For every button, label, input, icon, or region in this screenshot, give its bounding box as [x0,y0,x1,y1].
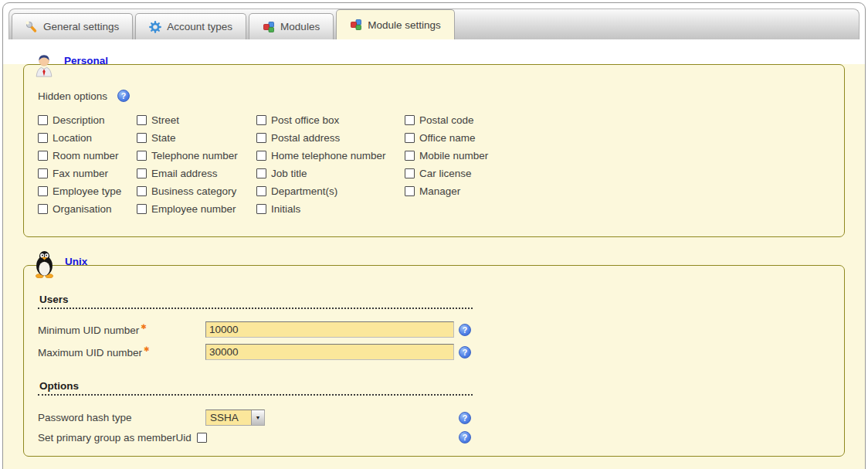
hidden-option-label: Job title [271,168,307,179]
hidden-option-checkbox[interactable] [137,168,147,178]
max-uid-input[interactable] [205,344,454,360]
min-uid-input[interactable] [205,321,454,338]
hidden-option-checkbox[interactable] [405,115,415,125]
hidden-option-checkbox[interactable] [137,204,147,214]
hidden-option-label: Telephone number [151,150,238,161]
hidden-option-label: Description [53,114,105,126]
hidden-option-checkbox[interactable] [256,151,266,161]
hidden-option-label: Location [53,132,92,144]
section-title: Personal [64,55,108,66]
hidden-option[interactable]: Business category [137,185,256,197]
hidden-option-checkbox[interactable] [405,151,415,161]
hidden-option[interactable]: Description [38,114,137,126]
users-subheading: Users [38,294,473,309]
help-icon[interactable]: ? [459,412,471,424]
hidden-option-checkbox[interactable] [256,204,266,214]
help-icon[interactable]: ? [459,346,471,359]
hidden-option-label: Home telephone number [271,150,386,161]
hidden-option-checkbox[interactable] [38,186,48,196]
member-uid-label: Set primary group as memberUid [38,432,192,444]
hidden-option-label: Room number [53,150,119,161]
hidden-option-checkbox[interactable] [405,186,415,196]
tab-bar: General settings Account types [8,8,860,39]
modules-icon [350,19,362,31]
hidden-option-checkbox[interactable] [256,115,266,125]
hidden-option[interactable]: Manager [405,185,830,197]
hidden-option-checkbox[interactable] [38,204,48,214]
hidden-option-checkbox[interactable] [405,168,415,178]
hidden-option[interactable]: State [137,132,256,144]
hidden-option-label: Mobile number [419,150,488,161]
hidden-option-checkbox[interactable] [405,133,415,143]
personal-section: Personal Hidden options ? Description St… [23,64,845,237]
section-title: Unix [65,256,87,267]
hidden-option-label: Postal address [271,132,340,144]
help-icon[interactable]: ? [459,431,471,444]
max-uid-label: Maximum UID number✱ [38,345,205,359]
hidden-options-grid: Description Street Post office box Posta… [38,111,830,218]
tux-penguin-icon [32,250,57,278]
hidden-option-checkbox[interactable] [137,151,147,161]
hidden-option-label: Street [151,114,179,126]
hidden-option[interactable]: Room number [38,150,137,161]
hidden-option-checkbox[interactable] [256,133,266,143]
required-icon: ✱ [144,345,150,353]
hidden-option-checkbox[interactable] [137,186,147,196]
help-icon[interactable]: ? [117,90,130,102]
hidden-option[interactable]: Department(s) [256,185,405,197]
hidden-option-checkbox[interactable] [38,115,48,125]
min-uid-label: Minimum UID number✱ [38,323,205,336]
hidden-option[interactable]: Postal address [256,132,405,144]
hidden-options-label: Hidden options [38,90,107,102]
hidden-option[interactable]: Home telephone number [256,150,405,161]
hidden-option-checkbox[interactable] [137,115,147,125]
required-icon: ✱ [141,323,147,331]
hidden-option-checkbox[interactable] [38,168,48,178]
hidden-option-checkbox[interactable] [38,133,48,143]
hidden-option[interactable]: Job title [256,168,405,179]
hidden-option[interactable]: Office name [405,132,830,144]
help-icon[interactable]: ? [459,324,471,336]
hidden-option[interactable]: Email address [137,168,256,179]
tab-label: Modules [280,21,320,32]
hidden-option[interactable]: Employee number [137,203,256,215]
tab-label: General settings [43,21,119,32]
hidden-option-label: Employee type [53,185,121,197]
password-hash-select[interactable]: SSHA ▼ [205,410,265,426]
hidden-option-checkbox[interactable] [256,186,266,196]
hidden-option[interactable]: Street [137,114,256,126]
person-icon [32,53,56,77]
hidden-option-label: Car license [419,168,472,179]
hidden-option-label: Initials [271,203,300,215]
options-subheading: Options [38,380,473,396]
hidden-option[interactable]: Organisation [38,203,137,215]
hidden-option[interactable]: Telephone number [137,150,256,161]
dropdown-arrow-icon[interactable]: ▼ [251,410,264,425]
tab-label: Account types [167,21,232,32]
hidden-option-checkbox[interactable] [137,133,147,143]
hidden-option[interactable]: Postal code [405,114,830,126]
tab-general-settings[interactable]: General settings [12,13,133,39]
hidden-option-label: Office name [419,132,476,144]
tab-account-types[interactable]: Account types [135,13,246,39]
module-settings-panel: Personal Hidden options ? Description St… [3,64,865,469]
settings-window: General settings Account types [2,2,866,469]
gear-icon [149,21,161,33]
hidden-option[interactable]: Employee type [38,185,137,197]
hidden-option[interactable]: Location [38,132,137,144]
member-uid-row: Set primary group as memberUid ? [38,431,830,444]
hidden-option-checkbox[interactable] [38,151,48,161]
tab-label: Module settings [368,19,441,31]
password-hash-row: Password hash type SSHA ▼ ? [38,410,830,426]
unix-section: Unix Users Minimum UID number✱ ? Maximum… [23,265,845,457]
hidden-option[interactable]: Fax number [38,168,137,179]
hidden-option[interactable]: Initials [256,203,405,215]
hidden-option-label: Business category [151,185,236,197]
hidden-option[interactable]: Mobile number [405,150,830,161]
hidden-option[interactable]: Car license [405,168,830,179]
member-uid-checkbox[interactable] [197,433,207,443]
hidden-option-checkbox[interactable] [256,168,266,178]
tab-modules[interactable]: Modules [249,13,334,39]
tab-module-settings[interactable]: Module settings [336,9,455,39]
hidden-option[interactable]: Post office box [256,114,405,126]
